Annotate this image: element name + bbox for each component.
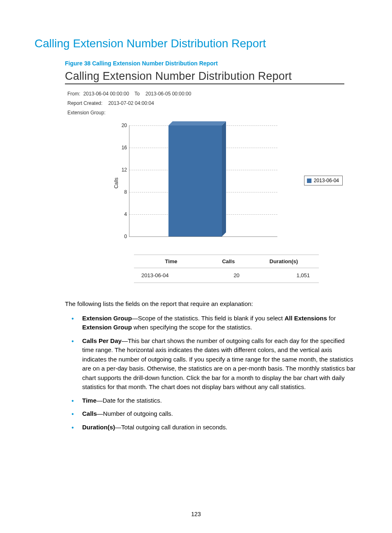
report-figure: Calling Extension Number Distribution Re… [65,70,344,283]
chart-legend: 2013-06-04 [304,176,343,185]
created-value: 2013-07-02 04:00:04 [108,100,154,106]
to-value: 2013-06-05 00:00:00 [145,91,191,97]
th-duration: Duration(s) [249,255,319,268]
from-value: 2013-06-04 00:00:00 [83,91,129,97]
cell-calls: 20 [208,268,249,283]
figure-caption: Figure 38 Calling Extension Number Distr… [65,60,359,67]
from-label: From: [67,91,80,97]
legend-swatch [307,178,311,183]
y-tick: 0 [118,234,127,239]
y-tick: 12 [118,167,127,173]
report-title: Calling Extension Number Distribution Re… [65,70,344,84]
ext-group-label: Extension Group: [67,110,106,116]
page-title: Calling Extension Number Distribution Re… [35,37,359,50]
y-tick: 4 [118,211,127,217]
cell-time: 2013-06-04 [134,268,208,283]
field-term: Time [82,397,97,404]
calls-bar-chart: Calls 048121620 2013-06-04 [112,121,334,245]
list-item: Duration(s)—Total outgoing call duration… [80,423,356,432]
cell-duration: 1,051 [249,268,319,283]
th-time: Time [134,255,208,268]
list-item: Time—Date for the statistics. [80,396,356,406]
chart-bar [168,121,226,236]
intro-text: The following lists the fields on the re… [65,299,359,309]
page-number: 123 [0,511,392,517]
inline-bold: Extension Group [82,324,132,331]
list-item: Calls Per Day—This bar chart shows the n… [80,336,356,392]
field-term: Calls Per Day [82,337,122,344]
field-term: Extension Group [82,315,132,322]
created-label: Report Created: [67,100,102,106]
summary-table: Time Calls Duration(s) 2013-06-04201,051 [134,255,319,283]
field-term: Duration(s) [82,424,115,431]
y-tick: 8 [118,189,127,195]
inline-bold: All Extensions [284,315,327,322]
report-meta: From: 2013-06-04 00:00:00 To 2013-06-05 … [67,89,344,117]
list-item: Calls—Number of outgoing calls. [80,409,356,419]
table-row: 2013-06-04201,051 [134,268,319,283]
legend-label: 2013-06-04 [314,178,339,183]
list-item: Extension Group—Scope of the statistics.… [80,314,356,332]
field-list: Extension Group—Scope of the statistics.… [65,314,359,432]
y-axis-label: Calls [113,178,119,189]
to-label: To [134,91,140,97]
field-term: Calls [82,410,97,417]
th-calls: Calls [208,255,249,268]
y-tick: 20 [118,123,127,128]
y-tick: 16 [118,145,127,151]
